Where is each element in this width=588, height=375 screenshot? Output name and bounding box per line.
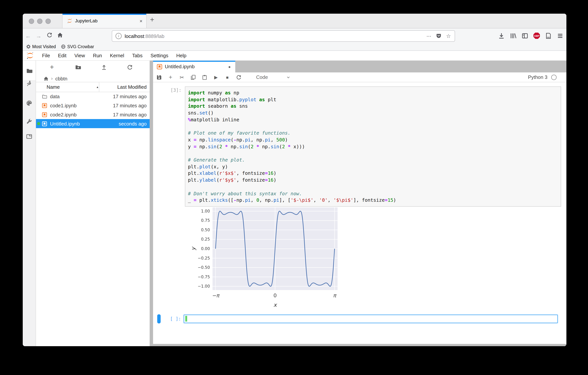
matplotlib-figure: 1.000.750.500.250.00−0.25−0.50−0.75−1.00… xyxy=(190,203,341,308)
file-modified: 17 minutes ago xyxy=(113,93,150,99)
svg-text:−1.00: −1.00 xyxy=(198,284,210,288)
notebook-file-icon xyxy=(42,112,47,117)
code-line: import matplotlib.pyplot as plt xyxy=(188,96,561,103)
file-list: data17 minutes agocode1.ipynb17 minutes … xyxy=(36,92,150,128)
home-button[interactable] xyxy=(54,32,65,39)
file-row-code1.ipynb[interactable]: code1.ipynb17 minutes ago xyxy=(36,101,150,110)
sidebar-toggle-icon[interactable] xyxy=(522,33,528,39)
code-line: x = np.linspace(-np.pi, np.pi, 500) xyxy=(188,136,561,143)
file-modified: 17 minutes ago xyxy=(113,103,150,108)
download-icon[interactable] xyxy=(498,33,505,39)
file-row-data[interactable]: data17 minutes ago xyxy=(36,92,150,101)
code-line: plt.plot(x, y) xyxy=(188,163,561,170)
menu-file[interactable]: File xyxy=(42,53,50,58)
code-cell-editor[interactable]: import numpy as npimport matplotlib.pypl… xyxy=(185,87,561,207)
code-line: import seaborn as sns xyxy=(188,103,561,110)
minimize-window-button[interactable] xyxy=(37,19,42,24)
file-row-Untitled.ipynb[interactable]: Untitled.ipynbseconds ago xyxy=(36,119,150,128)
bookmark-svg-crowbar[interactable]: SVG Crowbar xyxy=(61,44,94,49)
new-tab-button[interactable]: + xyxy=(150,16,154,24)
file-name: code2.ipynb xyxy=(50,112,76,117)
browser-tab[interactable]: JupyterLab × xyxy=(62,14,147,28)
tab-close-icon[interactable]: × xyxy=(140,18,142,24)
svg-text:y: y xyxy=(190,246,196,250)
code-line: _ = plt.xticks([-np.pi, 0, np.pi], ['$-\… xyxy=(188,197,561,204)
menu-list: FileEditViewRunKernelTabsSettingsHelp xyxy=(34,53,186,58)
column-name[interactable]: Name xyxy=(47,84,60,90)
page-actions-icon[interactable]: ⋯ xyxy=(426,33,432,39)
sidebar-tab-files[interactable] xyxy=(23,61,36,81)
new-folder-button[interactable] xyxy=(74,63,82,71)
zoom-window-button[interactable] xyxy=(45,19,51,24)
unsaved-changes-dot[interactable]: ● xyxy=(228,64,231,69)
menu-settings[interactable]: Settings xyxy=(150,53,168,58)
reload-button[interactable] xyxy=(44,32,54,39)
code-line: # Plot one of my favorite functions. xyxy=(188,130,561,136)
folder-icon xyxy=(26,67,32,74)
jupyter-logo-icon xyxy=(26,52,34,60)
code-line: # Generate the plot. xyxy=(188,157,561,163)
upload-button[interactable] xyxy=(100,63,108,71)
file-modified: 17 minutes ago xyxy=(113,112,150,117)
sidebar-tab-open-tabs[interactable] xyxy=(23,133,36,140)
new-launcher-button[interactable]: + xyxy=(48,63,56,71)
menu-hamburger-icon[interactable] xyxy=(557,33,563,39)
bookmark-most-visited[interactable]: Most Visited xyxy=(26,44,56,49)
column-last-modified[interactable]: Last Modified xyxy=(99,82,150,92)
pocket-icon[interactable] xyxy=(436,33,441,39)
menu-view[interactable]: View xyxy=(74,53,85,58)
refresh-files-button[interactable] xyxy=(126,63,134,71)
add-cell-button[interactable]: + xyxy=(168,74,174,80)
svg-text:x: x xyxy=(273,302,277,308)
menu-kernel[interactable]: Kernel xyxy=(110,53,124,58)
menu-run[interactable]: Run xyxy=(93,53,102,58)
kernel-name[interactable]: Python 3 xyxy=(528,74,547,80)
code-line: # Don't worry about this syntax for now. xyxy=(188,190,561,197)
sort-ascending-icon[interactable]: ▲ xyxy=(96,86,99,88)
save-button[interactable] xyxy=(156,74,162,80)
save-icon xyxy=(157,75,162,80)
menu-help[interactable]: Help xyxy=(176,53,186,58)
url-host: localhost xyxy=(125,33,144,39)
copy-icon xyxy=(190,75,196,80)
cell-execution-prompt: [3]: xyxy=(170,88,181,93)
cell-type-dropdown[interactable]: Code xyxy=(256,74,268,80)
forward-button[interactable]: → xyxy=(33,33,44,39)
run-cell-button[interactable]: ▶ xyxy=(213,74,219,80)
jupyterlab-menubar: FileEditViewRunKernelTabsSettingsHelp xyxy=(23,51,567,61)
library-icon[interactable] xyxy=(510,33,516,39)
file-browser-panel: + › cbbtn Name ▲ Last Modified xyxy=(36,61,150,346)
paste-cells-button[interactable] xyxy=(201,74,208,80)
menu-tabs[interactable]: Tabs xyxy=(132,53,143,58)
notebook-content: [3]: import numpy as npimport matplotlib… xyxy=(153,82,567,344)
empty-cell-editor[interactable] xyxy=(184,315,558,323)
panel-divider[interactable] xyxy=(150,61,153,346)
interrupt-kernel-button[interactable]: ■ xyxy=(224,74,230,80)
tabs-icon xyxy=(26,133,32,140)
url-bar[interactable]: i localhost :8889/lab ⋯ ☆ xyxy=(112,30,455,42)
sidebar-tab-commands[interactable] xyxy=(23,100,36,106)
sidebar-tab-inspector[interactable] xyxy=(23,118,36,124)
breadcrumb-current[interactable]: cbbtn xyxy=(55,76,67,81)
browser-window: JupyterLab × + ← → i localhost :8889/lab… xyxy=(23,14,567,346)
close-window-button[interactable] xyxy=(29,19,34,24)
file-row-code2.ipynb[interactable]: code2.ipynb17 minutes ago xyxy=(36,110,150,119)
menu-edit[interactable]: Edit xyxy=(58,53,66,58)
copy-cells-button[interactable] xyxy=(190,74,196,80)
notebook-tab[interactable]: Untitled.ipynb ● xyxy=(153,61,235,72)
site-info-icon[interactable]: i xyxy=(116,33,122,39)
notes-page-icon[interactable] xyxy=(545,33,552,39)
chevron-down-icon[interactable] xyxy=(286,75,291,79)
tab-title: JupyterLab xyxy=(75,18,140,23)
bookmark-label: SVG Crowbar xyxy=(67,44,94,49)
restart-kernel-button[interactable] xyxy=(236,74,242,80)
sidebar-tab-running[interactable] xyxy=(23,80,36,87)
home-breadcrumb-icon[interactable] xyxy=(43,76,49,81)
kernel-status-icon[interactable] xyxy=(551,75,556,80)
bookmark-star-icon[interactable]: ☆ xyxy=(446,33,451,39)
back-button[interactable]: ← xyxy=(23,33,33,39)
cut-cells-button[interactable]: ✂ xyxy=(179,74,185,80)
code-line: plt.ylabel(r'$y$', fontsize=16) xyxy=(188,177,561,183)
adblock-plus-icon[interactable]: ABP xyxy=(534,33,540,39)
active-cell-indicator[interactable] xyxy=(157,314,161,323)
